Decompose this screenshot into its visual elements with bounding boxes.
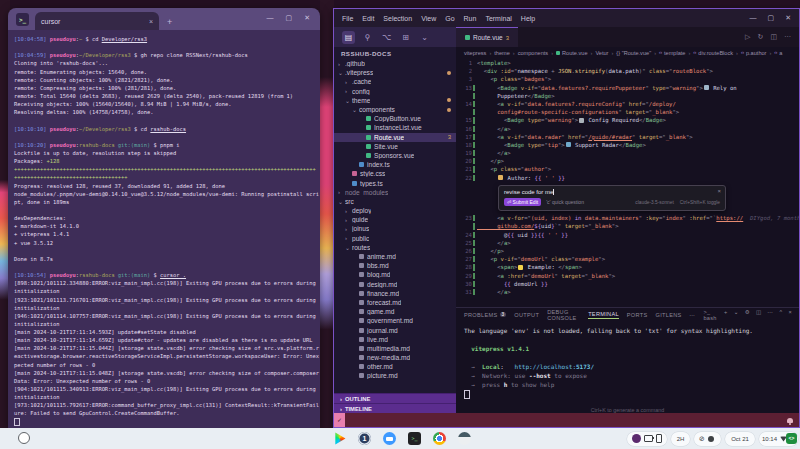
menu-file[interactable]: File xyxy=(342,15,353,22)
action-1[interactable]: ↻ xyxy=(758,33,764,41)
notifications-bell-icon[interactable] xyxy=(787,418,793,423)
tree-item-src[interactable]: ⌄src xyxy=(334,197,456,206)
tree-item-theme[interactable]: ⌄theme xyxy=(334,96,456,105)
tree-item-game.md[interactable]: game.md xyxy=(334,307,456,316)
action-1[interactable]: ▢ xyxy=(768,14,775,22)
action-1[interactable]: ▢ xyxy=(286,14,293,22)
onepassword-icon[interactable]: 1 xyxy=(358,432,371,445)
remote-indicator[interactable]: ✓ xyxy=(334,413,345,427)
files-app-icon[interactable] xyxy=(383,432,396,445)
action-3[interactable]: ⚙ xyxy=(745,309,750,321)
new-tab-button[interactable]: + xyxy=(167,17,172,27)
terminal-tab[interactable]: cursor × xyxy=(35,12,159,30)
menu-terminal[interactable]: Terminal xyxy=(485,15,511,22)
tree-item-routes[interactable]: ⌄routes xyxy=(334,243,456,252)
integrated-terminal[interactable]: The language 'env' is not loaded, fallin… xyxy=(456,321,799,405)
terminal-output[interactable]: [10:04:58] pseudoyu:~ $ cd Developer/rss… xyxy=(8,30,320,428)
action-4[interactable]: ◫ xyxy=(756,309,762,321)
action-2[interactable]: ✕ xyxy=(785,14,791,22)
menu-selection[interactable]: Selection xyxy=(383,15,412,22)
tree-item-blog.md[interactable]: blog.md xyxy=(334,270,456,279)
tree-item-config[interactable]: ›config xyxy=(334,87,456,96)
action-2[interactable]: ◫ xyxy=(770,33,777,41)
activity-icon-4[interactable]: ⌄ xyxy=(418,31,431,44)
launcher-button[interactable] xyxy=(18,432,30,444)
menu-view[interactable]: View xyxy=(421,15,436,22)
tree-item-bbs.md[interactable]: bbs.md xyxy=(334,261,456,270)
tree-item-journal.md[interactable]: journal.md xyxy=(334,325,456,334)
code-running-badge[interactable]: <> xyxy=(786,433,797,444)
menu-run[interactable]: Run xyxy=(464,15,477,22)
action-3[interactable]: ⋯ xyxy=(784,33,791,41)
action-7[interactable]: × xyxy=(788,309,792,321)
tab-route-vue[interactable]: Route.vue 3 xyxy=(456,27,518,47)
tree-item-live.md[interactable]: live.md xyxy=(334,335,456,344)
breadcrumb-item[interactable]: Vetur xyxy=(595,50,608,56)
activity-icon-0[interactable]: ▤ xyxy=(342,31,355,44)
model-label[interactable]: claude-3.5-sonnet xyxy=(635,200,673,205)
tree-item-.vitepress[interactable]: ⌄.vitepress xyxy=(334,68,456,77)
panel-tab-debug console[interactable]: DEBUG CONSOLE xyxy=(547,309,580,321)
tree-item-.cache[interactable]: ›.cache xyxy=(334,77,456,86)
action-0[interactable]: — xyxy=(750,14,757,22)
panel-tab-ports[interactable]: PORTS xyxy=(627,312,648,318)
action-0[interactable]: — xyxy=(267,14,274,22)
menu-help[interactable]: Help xyxy=(521,15,535,22)
tree-item-style.css[interactable]: style.css xyxy=(334,169,456,178)
date-tray[interactable]: Oct 21 xyxy=(725,432,755,446)
tree-item-InstanceList.vue[interactable]: InstanceList.vue xyxy=(334,123,456,132)
action-2[interactable]: ✕ xyxy=(304,14,310,22)
menu-edit[interactable]: Edit xyxy=(362,15,374,22)
code-area[interactable]: 1<template>2 <div :id="namespace + JSON.… xyxy=(456,58,799,307)
action-2[interactable]: ⌄ xyxy=(734,309,739,321)
quick-question-hint[interactable]: 'c' quick question xyxy=(546,199,584,205)
tree-item-joinus[interactable]: ›joinus xyxy=(334,224,456,233)
notification-status-tray[interactable]: ⊘ xyxy=(694,432,721,446)
tree-item-public[interactable]: ›public xyxy=(334,234,456,243)
tree-item-anime.md[interactable]: anime.md xyxy=(334,252,456,261)
tree-item-Site.vue[interactable]: Site.vue xyxy=(334,142,456,151)
action-0[interactable]: ▷ xyxy=(745,33,750,41)
panel-tab-output[interactable]: OUTPUT xyxy=(514,312,539,318)
action-5[interactable]: ⋯ xyxy=(768,309,774,321)
panel-tab-⋯[interactable]: ⋯ xyxy=(690,312,696,318)
tree-item-finance.md[interactable]: finance.md xyxy=(334,289,456,298)
tree-item-guide[interactable]: ›guide xyxy=(334,215,456,224)
tree-item-multimedia.md[interactable]: multimedia.md xyxy=(334,344,456,353)
timeline-section-header[interactable]: ›TIMELINE xyxy=(334,403,456,413)
terminal-tab-close-icon[interactable]: × xyxy=(149,18,153,25)
close-icon[interactable]: × xyxy=(717,188,721,194)
submit-edit-button[interactable]: ⏎ Submit Edit xyxy=(504,198,541,206)
menu-go[interactable]: Go xyxy=(445,15,454,22)
tree-item-components[interactable]: ⌄components xyxy=(334,105,456,114)
panel-tab-terminal[interactable]: TERMINAL xyxy=(588,311,619,319)
duration-badge[interactable]: 2H xyxy=(671,432,690,446)
activity-icon-2[interactable]: ⌥ xyxy=(380,31,393,44)
tree-item-design.md[interactable]: design.md xyxy=(334,280,456,289)
phone-hub-tray[interactable] xyxy=(627,432,667,446)
breadcrumb-item[interactable]: ‹›p.author xyxy=(741,50,767,56)
terminal-app-shelf-icon[interactable]: >_ xyxy=(408,432,421,445)
panel-tab-problems[interactable]: PROBLEMS3 xyxy=(464,312,506,318)
tree-item-index.ts[interactable]: index.ts xyxy=(334,160,456,169)
tree-item-other.md[interactable]: other.md xyxy=(334,362,456,371)
play-store-icon[interactable] xyxy=(333,432,346,445)
activity-icon-3[interactable]: ⊞ xyxy=(399,31,412,44)
tree-item-Sponsors.vue[interactable]: Sponsors.vue xyxy=(334,151,456,160)
tree-item-Route.vue[interactable]: Route.vue3 xyxy=(334,133,456,142)
tree-item-picture.md[interactable]: picture.md xyxy=(334,371,456,380)
panel-tab-gitlens[interactable]: GITLENS xyxy=(656,312,682,318)
tree-item-new-media.md[interactable]: new-media.md xyxy=(334,353,456,362)
breadcrumb-item[interactable]: vitepress xyxy=(464,50,486,56)
breadcrumb-item[interactable]: ‹›template xyxy=(659,50,685,56)
tree-item-node_modules[interactable]: ›node_modules xyxy=(334,188,456,197)
tree-item-types.ts[interactable]: types.ts xyxy=(334,178,456,187)
inline-ai-edit-popup[interactable]: × revise code for me ⏎ Submit Edit 'c' q… xyxy=(498,185,726,211)
outline-section-header[interactable]: ›OUTLINE xyxy=(334,393,456,403)
tree-item-forecast.md[interactable]: forecast.md xyxy=(334,298,456,307)
tree-item-.github[interactable]: ›.github xyxy=(334,59,456,68)
chrome-icon[interactable] xyxy=(433,432,446,445)
tree-item-deploy[interactable]: ›deploy xyxy=(334,206,456,215)
ai-prompt-input[interactable]: revise code for me xyxy=(504,189,720,195)
activity-icon-1[interactable]: ⚲ xyxy=(361,31,374,44)
